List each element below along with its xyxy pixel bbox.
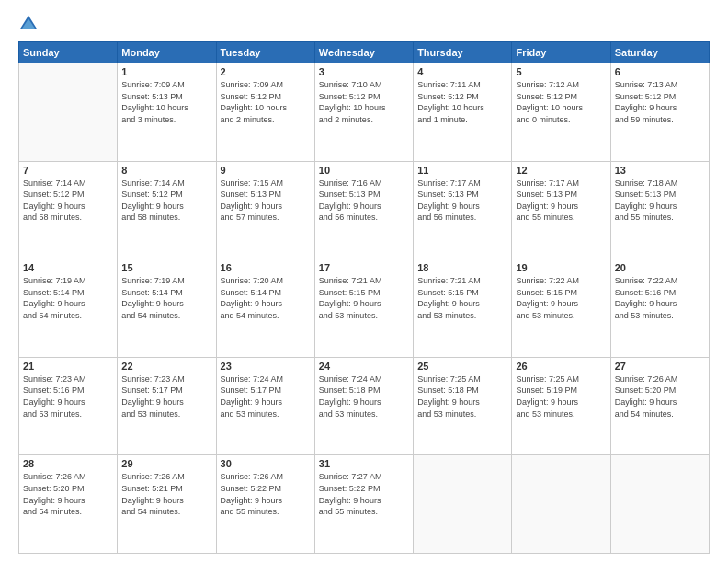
day-number: 14 bbox=[23, 262, 113, 273]
day-info: Sunrise: 7:25 AM Sunset: 5:18 PM Dayligh… bbox=[417, 373, 507, 419]
day-number: 2 bbox=[221, 66, 311, 77]
calendar-cell: 26Sunrise: 7:25 AM Sunset: 5:19 PM Dayli… bbox=[512, 357, 610, 455]
day-number: 7 bbox=[23, 165, 113, 176]
calendar-cell: 22Sunrise: 7:23 AM Sunset: 5:17 PM Dayli… bbox=[118, 357, 216, 455]
day-info: Sunrise: 7:22 AM Sunset: 5:15 PM Dayligh… bbox=[516, 275, 606, 321]
calendar-cell bbox=[512, 455, 610, 554]
calendar-cell: 20Sunrise: 7:22 AM Sunset: 5:16 PM Dayli… bbox=[610, 259, 709, 358]
day-info: Sunrise: 7:26 AM Sunset: 5:22 PM Dayligh… bbox=[221, 471, 311, 517]
logo-icon bbox=[18, 14, 39, 34]
day-info: Sunrise: 7:20 AM Sunset: 5:14 PM Dayligh… bbox=[221, 275, 311, 321]
weekday-header-friday: Friday bbox=[512, 42, 610, 63]
calendar: SundayMondayTuesdayWednesdayThursdayFrid… bbox=[18, 41, 710, 554]
day-info: Sunrise: 7:24 AM Sunset: 5:18 PM Dayligh… bbox=[319, 373, 409, 419]
calendar-cell: 24Sunrise: 7:24 AM Sunset: 5:18 PM Dayli… bbox=[314, 357, 413, 455]
calendar-cell: 30Sunrise: 7:26 AM Sunset: 5:22 PM Dayli… bbox=[216, 455, 314, 554]
calendar-cell: 1Sunrise: 7:09 AM Sunset: 5:13 PM Daylig… bbox=[118, 63, 216, 162]
day-number: 8 bbox=[121, 165, 211, 176]
day-number: 24 bbox=[319, 361, 409, 372]
calendar-cell bbox=[414, 455, 512, 554]
calendar-cell: 8Sunrise: 7:14 AM Sunset: 5:12 PM Daylig… bbox=[118, 161, 216, 259]
weekday-header-wednesday: Wednesday bbox=[314, 42, 413, 63]
weekday-header-monday: Monday bbox=[118, 42, 216, 63]
calendar-cell: 2Sunrise: 7:09 AM Sunset: 5:12 PM Daylig… bbox=[216, 63, 314, 162]
calendar-cell: 15Sunrise: 7:19 AM Sunset: 5:14 PM Dayli… bbox=[118, 259, 216, 358]
day-number: 28 bbox=[23, 458, 113, 469]
day-info: Sunrise: 7:09 AM Sunset: 5:13 PM Dayligh… bbox=[121, 79, 211, 125]
day-info: Sunrise: 7:17 AM Sunset: 5:13 PM Dayligh… bbox=[516, 178, 606, 224]
day-number: 16 bbox=[221, 262, 311, 273]
week-row-3: 21Sunrise: 7:23 AM Sunset: 5:16 PM Dayli… bbox=[19, 357, 710, 455]
weekday-header-row: SundayMondayTuesdayWednesdayThursdayFrid… bbox=[19, 42, 710, 63]
day-info: Sunrise: 7:10 AM Sunset: 5:12 PM Dayligh… bbox=[319, 79, 409, 125]
calendar-cell: 27Sunrise: 7:26 AM Sunset: 5:20 PM Dayli… bbox=[610, 357, 709, 455]
calendar-cell: 18Sunrise: 7:21 AM Sunset: 5:15 PM Dayli… bbox=[414, 259, 512, 358]
calendar-cell: 14Sunrise: 7:19 AM Sunset: 5:14 PM Dayli… bbox=[19, 259, 118, 358]
day-info: Sunrise: 7:23 AM Sunset: 5:16 PM Dayligh… bbox=[23, 373, 113, 419]
calendar-cell: 31Sunrise: 7:27 AM Sunset: 5:22 PM Dayli… bbox=[314, 455, 413, 554]
day-number: 11 bbox=[417, 165, 507, 176]
day-number: 19 bbox=[516, 262, 606, 273]
day-number: 15 bbox=[121, 262, 211, 273]
calendar-cell bbox=[610, 455, 709, 554]
day-info: Sunrise: 7:22 AM Sunset: 5:16 PM Dayligh… bbox=[615, 275, 705, 321]
calendar-cell: 12Sunrise: 7:17 AM Sunset: 5:13 PM Dayli… bbox=[512, 161, 610, 259]
day-number: 6 bbox=[615, 66, 705, 77]
week-row-1: 7Sunrise: 7:14 AM Sunset: 5:12 PM Daylig… bbox=[19, 161, 710, 259]
day-number: 1 bbox=[121, 66, 211, 77]
day-info: Sunrise: 7:24 AM Sunset: 5:17 PM Dayligh… bbox=[221, 373, 311, 419]
calendar-cell: 19Sunrise: 7:22 AM Sunset: 5:15 PM Dayli… bbox=[512, 259, 610, 358]
day-info: Sunrise: 7:12 AM Sunset: 5:12 PM Dayligh… bbox=[516, 79, 606, 125]
day-info: Sunrise: 7:19 AM Sunset: 5:14 PM Dayligh… bbox=[121, 275, 211, 321]
day-info: Sunrise: 7:27 AM Sunset: 5:22 PM Dayligh… bbox=[319, 471, 409, 517]
day-info: Sunrise: 7:16 AM Sunset: 5:13 PM Dayligh… bbox=[319, 178, 409, 224]
day-number: 29 bbox=[121, 458, 211, 469]
weekday-header-sunday: Sunday bbox=[19, 42, 118, 63]
calendar-cell: 13Sunrise: 7:18 AM Sunset: 5:13 PM Dayli… bbox=[610, 161, 709, 259]
day-info: Sunrise: 7:15 AM Sunset: 5:13 PM Dayligh… bbox=[221, 178, 311, 224]
day-number: 18 bbox=[417, 262, 507, 273]
week-row-2: 14Sunrise: 7:19 AM Sunset: 5:14 PM Dayli… bbox=[19, 259, 710, 358]
logo bbox=[18, 14, 42, 34]
calendar-cell: 28Sunrise: 7:26 AM Sunset: 5:20 PM Dayli… bbox=[19, 455, 118, 554]
day-info: Sunrise: 7:25 AM Sunset: 5:19 PM Dayligh… bbox=[516, 373, 606, 419]
day-number: 27 bbox=[615, 361, 705, 372]
day-info: Sunrise: 7:26 AM Sunset: 5:20 PM Dayligh… bbox=[615, 373, 705, 419]
weekday-header-thursday: Thursday bbox=[414, 42, 512, 63]
day-info: Sunrise: 7:26 AM Sunset: 5:21 PM Dayligh… bbox=[121, 471, 211, 517]
day-number: 10 bbox=[319, 165, 409, 176]
calendar-cell bbox=[19, 63, 118, 162]
weekday-header-saturday: Saturday bbox=[610, 42, 709, 63]
day-info: Sunrise: 7:18 AM Sunset: 5:13 PM Dayligh… bbox=[615, 178, 705, 224]
day-info: Sunrise: 7:11 AM Sunset: 5:12 PM Dayligh… bbox=[417, 79, 507, 125]
day-number: 3 bbox=[319, 66, 409, 77]
day-number: 31 bbox=[319, 458, 409, 469]
page: SundayMondayTuesdayWednesdayThursdayFrid… bbox=[0, 0, 728, 563]
day-info: Sunrise: 7:14 AM Sunset: 5:12 PM Dayligh… bbox=[23, 178, 113, 224]
day-number: 25 bbox=[417, 361, 507, 372]
calendar-cell: 11Sunrise: 7:17 AM Sunset: 5:13 PM Dayli… bbox=[414, 161, 512, 259]
week-row-4: 28Sunrise: 7:26 AM Sunset: 5:20 PM Dayli… bbox=[19, 455, 710, 554]
calendar-cell: 16Sunrise: 7:20 AM Sunset: 5:14 PM Dayli… bbox=[216, 259, 314, 358]
day-number: 13 bbox=[615, 165, 705, 176]
day-number: 22 bbox=[121, 361, 211, 372]
weekday-header-tuesday: Tuesday bbox=[216, 42, 314, 63]
day-info: Sunrise: 7:17 AM Sunset: 5:13 PM Dayligh… bbox=[417, 178, 507, 224]
week-row-0: 1Sunrise: 7:09 AM Sunset: 5:13 PM Daylig… bbox=[19, 63, 710, 162]
day-number: 5 bbox=[516, 66, 606, 77]
calendar-cell: 3Sunrise: 7:10 AM Sunset: 5:12 PM Daylig… bbox=[314, 63, 413, 162]
day-info: Sunrise: 7:26 AM Sunset: 5:20 PM Dayligh… bbox=[23, 471, 113, 517]
day-info: Sunrise: 7:19 AM Sunset: 5:14 PM Dayligh… bbox=[23, 275, 113, 321]
calendar-cell: 21Sunrise: 7:23 AM Sunset: 5:16 PM Dayli… bbox=[19, 357, 118, 455]
day-info: Sunrise: 7:23 AM Sunset: 5:17 PM Dayligh… bbox=[121, 373, 211, 419]
day-number: 23 bbox=[221, 361, 311, 372]
day-info: Sunrise: 7:09 AM Sunset: 5:12 PM Dayligh… bbox=[221, 79, 311, 125]
day-number: 30 bbox=[221, 458, 311, 469]
day-number: 20 bbox=[615, 262, 705, 273]
calendar-cell: 29Sunrise: 7:26 AM Sunset: 5:21 PM Dayli… bbox=[118, 455, 216, 554]
day-number: 21 bbox=[23, 361, 113, 372]
header bbox=[18, 14, 710, 34]
calendar-cell: 25Sunrise: 7:25 AM Sunset: 5:18 PM Dayli… bbox=[414, 357, 512, 455]
calendar-cell: 7Sunrise: 7:14 AM Sunset: 5:12 PM Daylig… bbox=[19, 161, 118, 259]
day-info: Sunrise: 7:21 AM Sunset: 5:15 PM Dayligh… bbox=[319, 275, 409, 321]
